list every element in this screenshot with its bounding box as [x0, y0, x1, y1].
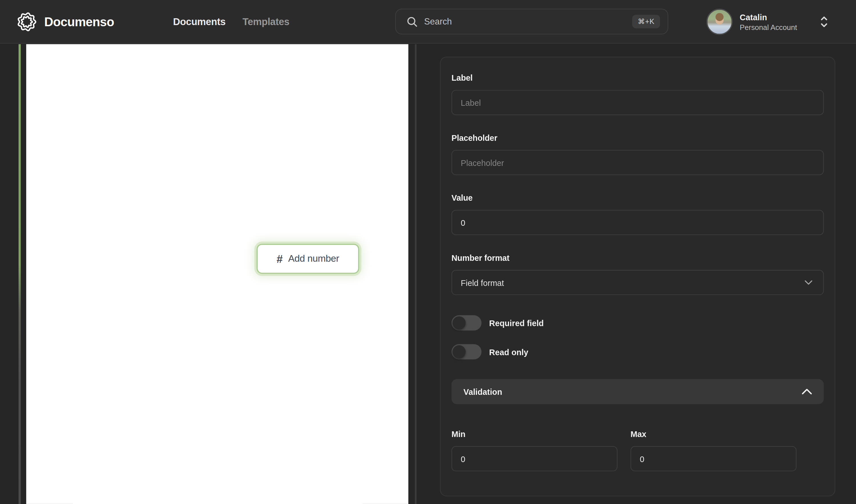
panel-divider — [415, 44, 416, 504]
required-field-label: Required field — [489, 318, 544, 327]
search-shortcut-badge: ⌘+K — [632, 15, 660, 29]
primary-nav: Documents Templates — [173, 0, 290, 43]
search-placeholder: Search — [424, 17, 632, 26]
brand-name: Documenso — [44, 15, 114, 29]
chevron-up-down-icon[interactable] — [820, 15, 829, 29]
nav-item-documents[interactable]: Documents — [173, 16, 226, 28]
user-menu[interactable]: Catalin Personal Account — [706, 0, 837, 43]
min-max-row: Min Max — [451, 429, 824, 471]
nav-item-templates[interactable]: Templates — [242, 16, 289, 28]
toggle-knob — [452, 317, 466, 329]
main-content: # Add number Label Placeholder Value Num… — [0, 44, 856, 504]
max-field-group: Max — [631, 429, 797, 471]
user-avatar[interactable] — [706, 9, 733, 35]
number-format-group: Number format Field format — [451, 253, 824, 295]
min-input[interactable] — [451, 446, 617, 471]
validation-section-header[interactable]: Validation — [451, 379, 824, 404]
label-input[interactable] — [451, 90, 824, 115]
read-only-label: Read only — [489, 347, 528, 357]
read-only-row: Read only — [451, 344, 824, 359]
add-number-field-button[interactable]: # Add number — [257, 244, 359, 274]
search-input[interactable]: Search ⌘+K — [395, 9, 668, 35]
min-field-heading: Min — [451, 429, 617, 439]
user-account-type: Personal Account — [740, 23, 797, 31]
chevron-down-icon — [805, 280, 812, 285]
required-field-row: Required field — [451, 315, 824, 331]
brand-logo[interactable]: Documenso — [16, 0, 114, 43]
search-icon — [407, 16, 417, 27]
user-name: Catalin — [740, 12, 797, 22]
number-format-heading: Number format — [451, 253, 824, 263]
hash-icon: # — [277, 253, 283, 264]
placeholder-field-group: Placeholder — [451, 133, 824, 175]
label-field-group: Label — [451, 73, 824, 115]
placeholder-field-heading: Placeholder — [451, 133, 824, 143]
label-field-heading: Label — [451, 73, 824, 83]
validation-title: Validation — [463, 387, 802, 396]
document-page: # Add number — [26, 44, 408, 504]
min-field-group: Min — [451, 429, 617, 471]
value-field-heading: Value — [451, 193, 824, 202]
page-edge-accent-strip — [19, 44, 21, 504]
top-navbar: Documenso Documents Templates Search ⌘+K… — [0, 0, 856, 43]
value-input[interactable] — [451, 210, 824, 235]
value-field-group: Value — [451, 193, 824, 235]
field-settings-panel: Label Placeholder Value Number format Fi… — [440, 57, 835, 496]
user-info: Catalin Personal Account — [740, 12, 797, 31]
add-number-label: Add number — [288, 253, 339, 265]
toggle-knob — [452, 345, 466, 358]
field-format-select[interactable]: Field format — [451, 270, 824, 295]
chevron-up-icon — [802, 389, 812, 394]
max-input[interactable] — [631, 446, 797, 471]
app-viewport: Documenso Documents Templates Search ⌘+K… — [0, 0, 856, 504]
documenso-logo-icon — [16, 12, 37, 32]
max-field-heading: Max — [631, 429, 797, 439]
read-only-toggle[interactable] — [451, 344, 481, 359]
placeholder-input[interactable] — [451, 150, 824, 175]
required-field-toggle[interactable] — [451, 315, 481, 331]
field-format-selected-value: Field format — [461, 278, 805, 287]
